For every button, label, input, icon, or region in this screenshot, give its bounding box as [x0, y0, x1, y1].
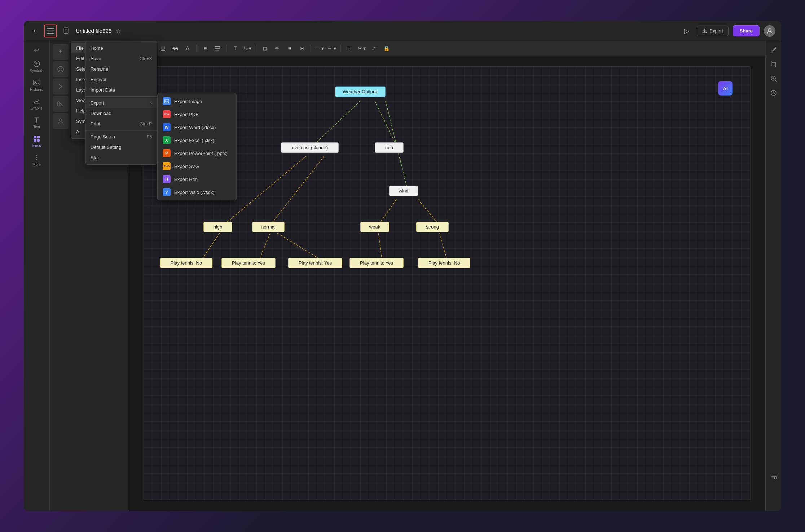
fmt-separator	[196, 45, 197, 52]
toolbar-symbols[interactable]: Symbols	[26, 58, 47, 75]
node-normal[interactable]: normal	[252, 222, 285, 232]
export-visio[interactable]: V Export Visio (.vsdx)	[158, 186, 236, 199]
export-button[interactable]: Export	[697, 26, 729, 36]
svg-line-66	[277, 233, 321, 260]
curve-button[interactable]: ↳ ▾	[242, 43, 252, 53]
export-image[interactable]: Export Image	[158, 95, 236, 108]
svg-rect-14	[37, 139, 40, 142]
submenu-default-setting[interactable]: Default Setting	[85, 142, 157, 152]
node-play-no-2[interactable]: Play tennis: No	[418, 258, 470, 268]
svg-point-27	[61, 68, 62, 69]
icon-cell-scissors[interactable]	[53, 96, 69, 112]
export-submenu: Export Image PDF Export PDF W Export Wor…	[157, 93, 237, 200]
back-button[interactable]: ‹	[30, 26, 40, 36]
list-button[interactable]	[212, 43, 223, 53]
toolbar-pictures[interactable]: Pictures	[26, 76, 47, 94]
star-icon[interactable]: ☆	[116, 27, 121, 34]
lock-button[interactable]: 🔒	[381, 43, 391, 53]
zoom-button[interactable]	[768, 73, 779, 84]
grid-button[interactable]: ⊞	[297, 43, 307, 53]
paint-button[interactable]	[768, 44, 779, 56]
node-rain[interactable]: rain	[375, 142, 404, 153]
export-visio-icon: V	[163, 188, 171, 196]
fmt-separator-2	[226, 45, 226, 52]
submenu-home[interactable]: Home	[85, 43, 157, 53]
export-pdf[interactable]: PDF Export PDF	[158, 108, 236, 121]
icon-cell-person2[interactable]	[53, 113, 69, 129]
node-wind[interactable]: wind	[389, 186, 418, 196]
pen-button[interactable]: ✏	[272, 43, 282, 53]
submenu-star[interactable]: Star	[85, 152, 157, 163]
file-title: Untitled file825	[76, 28, 111, 34]
svg-line-67	[378, 233, 382, 260]
fill-button[interactable]: ◻	[260, 43, 270, 53]
arrow-icon: ›	[150, 100, 152, 106]
toolbar-text[interactable]: T Text	[26, 114, 47, 131]
arrow-button[interactable]: → ▾	[327, 43, 337, 53]
node-play-yes-3[interactable]: Play tennis: Yes	[349, 258, 404, 268]
align-button[interactable]: ≡	[200, 43, 210, 53]
node-play-yes-1[interactable]: Play tennis: Yes	[221, 258, 276, 268]
ai-badge[interactable]: AI	[718, 81, 733, 96]
crop-button[interactable]	[768, 58, 779, 70]
svg-rect-1	[47, 31, 54, 31]
avatar[interactable]	[764, 25, 775, 37]
submenu-rename[interactable]: Rename	[85, 64, 157, 74]
node-play-yes-2[interactable]: Play tennis: Yes	[288, 258, 342, 268]
icon-cell-arrow-right[interactable]	[53, 79, 69, 94]
doc-icon	[61, 26, 71, 36]
svg-line-68	[440, 233, 447, 260]
export-excel[interactable]: X Export Excel (.xlsx)	[158, 134, 236, 147]
export-svg-icon: SVG	[163, 162, 171, 170]
export-pdf-icon: PDF	[163, 110, 171, 118]
submenu-save[interactable]: Save Ctrl+S	[85, 53, 157, 64]
svg-rect-0	[47, 28, 54, 29]
node-overcast[interactable]: overcast (cloude)	[281, 142, 339, 153]
svg-point-16	[36, 157, 37, 158]
toolbar-icons[interactable]: Icons	[26, 133, 47, 150]
node-root[interactable]: Weather Outlook	[335, 87, 386, 97]
submenu-encrypt[interactable]: Encrypt	[85, 74, 157, 85]
submenu-page-setup[interactable]: Page Setup F6	[85, 132, 157, 142]
toolbar-graphs[interactable]: Graphs	[26, 95, 47, 112]
svg-rect-69	[772, 62, 775, 66]
node-high[interactable]: high	[203, 222, 232, 232]
submenu-export[interactable]: Export ›	[85, 98, 157, 108]
svg-line-64	[202, 233, 220, 260]
expand-button[interactable]: ⤢	[369, 43, 379, 53]
node-play-no-1[interactable]: Play tennis: No	[160, 258, 212, 268]
lines-button[interactable]: ≡	[285, 43, 295, 53]
export-ppt-icon: P	[163, 149, 171, 157]
hamburger-menu-button[interactable]	[44, 25, 57, 37]
toolbar-undo[interactable]: ↩	[26, 44, 47, 56]
titlebar: ‹ Untitled file825 ☆ ▷	[24, 21, 781, 41]
submenu-download[interactable]: Download	[85, 108, 157, 119]
text-style-button[interactable]: T	[230, 43, 240, 53]
font-color-button[interactable]: A	[182, 43, 193, 53]
submenu-import-data[interactable]: Import Data	[85, 85, 157, 95]
history-button[interactable]	[768, 87, 779, 99]
node-weak[interactable]: weak	[360, 222, 389, 232]
svg-point-25	[58, 66, 63, 72]
rect-button[interactable]: □	[344, 43, 355, 53]
export-word[interactable]: W Export Word (.docx)	[158, 121, 236, 134]
underline-button[interactable]: U	[158, 43, 168, 53]
node-strong[interactable]: strong	[416, 222, 449, 232]
strikethrough-button[interactable]: ab	[170, 43, 180, 53]
cut-button[interactable]: ✂ ▾	[357, 43, 367, 53]
export-powerpoint[interactable]: P Export PowerPoint (.pptx)	[158, 147, 236, 160]
toolbar-more[interactable]: More	[26, 151, 47, 169]
right-toolbar	[765, 41, 781, 511]
share-button[interactable]: Share	[733, 25, 760, 36]
dash-button[interactable]: — ▾	[314, 43, 325, 53]
play-button[interactable]: ▷	[681, 25, 692, 37]
svg-rect-4	[65, 30, 67, 30]
export-svg[interactable]: SVG Export SVG	[158, 160, 236, 173]
submenu-print[interactable]: Print Ctrl+P	[85, 119, 157, 129]
icon-cell-face[interactable]	[53, 61, 69, 77]
export-html[interactable]: H Export Html	[158, 173, 236, 186]
icon-cell-add[interactable]: +	[53, 44, 69, 60]
fmt-separator-4	[311, 45, 311, 52]
export-word-icon: W	[163, 123, 171, 131]
settings-right-button[interactable]	[768, 471, 780, 482]
